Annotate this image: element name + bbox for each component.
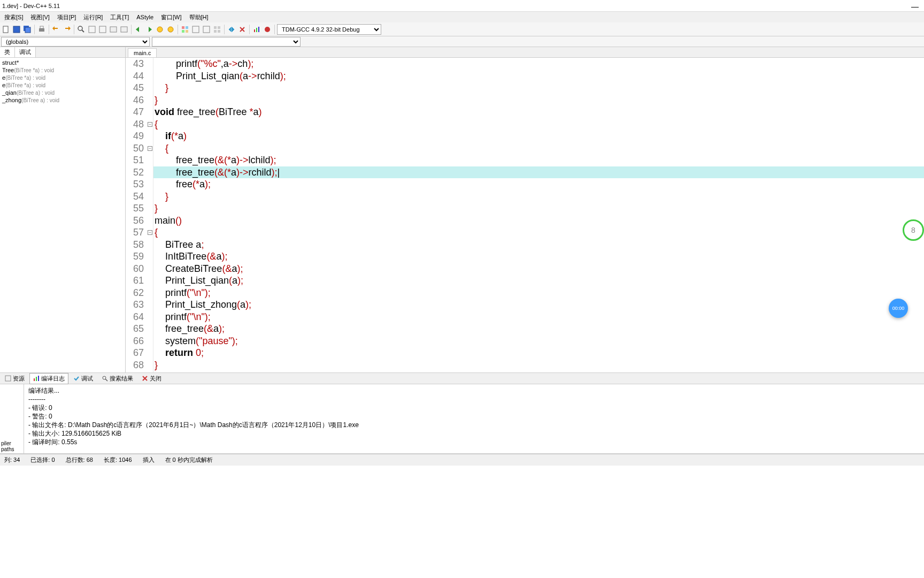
code-line-49[interactable]: if(*a)	[153, 130, 924, 142]
menu-运行[R][interactable]: 运行[R]	[80, 12, 106, 22]
replace-icon[interactable]	[87, 25, 97, 34]
code-line-68[interactable]: }	[153, 359, 924, 371]
code-line-64[interactable]: printf("\n");	[153, 311, 924, 323]
code-line-45[interactable]: }	[153, 82, 924, 94]
code-line-67[interactable]: return 0;	[153, 347, 924, 359]
grid4-icon[interactable]	[212, 25, 222, 34]
findfiles-icon[interactable]	[98, 25, 107, 34]
svg-rect-1	[13, 26, 20, 33]
save-icon[interactable]	[12, 25, 21, 34]
bookmark-icon[interactable]	[155, 25, 165, 34]
tree-item[interactable]: e(BiTree *a) : void	[1, 81, 124, 89]
output-line: - 警告: 0	[28, 412, 920, 421]
code-line-63[interactable]: Print_List_zhong(a);	[153, 299, 924, 311]
code-line-46[interactable]: }	[153, 94, 924, 107]
grid2-icon[interactable]	[191, 25, 201, 34]
menu-工具[T][interactable]: 工具[T]	[107, 12, 132, 22]
svg-rect-4	[39, 28, 44, 32]
svg-rect-26	[258, 27, 259, 32]
code-line-56[interactable]: main()	[153, 215, 924, 227]
menu-窗口[W][interactable]: 窗口[W]	[158, 12, 185, 22]
goto2-icon[interactable]	[119, 25, 129, 34]
minimize-button[interactable]: —	[911, 2, 919, 11]
btab-label: 调试	[81, 375, 93, 383]
sidebar-tab-类[interactable]: 类	[0, 47, 15, 57]
separator	[249, 25, 250, 34]
grid1-icon[interactable]	[180, 25, 190, 34]
fold-toggle[interactable]: −	[148, 122, 152, 127]
file-tab-main[interactable]: main.c	[128, 48, 157, 57]
svg-point-12	[157, 27, 163, 32]
separator	[224, 25, 225, 34]
fold-toggle[interactable]: −	[148, 230, 152, 235]
compiler-select[interactable]: TDM-GCC 4.9.2 32-bit Debug	[277, 24, 381, 35]
fold-column[interactable]: −−−	[147, 58, 153, 372]
symbols-combo[interactable]	[152, 37, 301, 47]
debug-icon[interactable]	[263, 25, 272, 34]
back-icon[interactable]	[134, 25, 143, 34]
menu-AStyle[interactable]: AStyle	[133, 13, 157, 21]
btab-编译日志[interactable]: 编译日志	[29, 373, 68, 384]
globals-combo[interactable]: (globals)	[1, 37, 150, 47]
overlay-timer[interactable]: 00:00	[889, 299, 908, 318]
code-line-51[interactable]: free_tree(&(*a)->lchild);	[153, 154, 924, 166]
code-line-54[interactable]: }	[153, 191, 924, 203]
code-line-44[interactable]: Print_List_qian(a->rchild);	[153, 70, 924, 82]
window-title: 1.dev] - Dev-C++ 5.11	[2, 3, 60, 9]
fold-toggle[interactable]: −	[148, 146, 152, 151]
redo-icon[interactable]	[62, 25, 72, 34]
code-line-65[interactable]: free_tree(&a);	[153, 323, 924, 335]
output-line: - 输出大小: 129.5166015625 KiB	[28, 429, 920, 438]
goto-icon[interactable]	[109, 25, 118, 34]
forward-icon[interactable]	[144, 25, 154, 34]
compile-icon[interactable]	[227, 25, 236, 34]
menu-视图[V][interactable]: 视图[V]	[27, 12, 52, 22]
code-lines[interactable]: printf("%c",a->ch); Print_List_qian(a->r…	[153, 58, 924, 372]
btab-资源[interactable]: 资源	[1, 373, 28, 384]
tree-item[interactable]: struct*	[1, 59, 124, 66]
tree-item[interactable]: _zhong(BiTree a) : void	[1, 96, 124, 104]
toolbar: TDM-GCC 4.9.2 32-bit Debug	[0, 22, 924, 36]
status-sel: 已选择: 0	[30, 456, 55, 464]
stop-icon[interactable]	[237, 25, 247, 34]
btab-调试[interactable]: 调试	[70, 373, 97, 384]
code-line-55[interactable]: }	[153, 202, 924, 215]
sidebar-tab-调试[interactable]: 调试	[15, 47, 36, 57]
code-line-61[interactable]: Print_List_qian(a);	[153, 275, 924, 287]
status-mode: 插入	[143, 456, 155, 464]
btab-关闭[interactable]: 关闭	[138, 373, 165, 384]
btab-搜索结果[interactable]: 搜索结果	[98, 373, 137, 384]
code-line-43[interactable]: printf("%c",a->ch);	[153, 58, 924, 70]
code-line-66[interactable]: system("pause");	[153, 335, 924, 347]
menu-项目[P][interactable]: 项目[P]	[54, 12, 79, 22]
code-editor[interactable]: 4344454647484950515253545556575859606162…	[126, 58, 924, 372]
undo-icon[interactable]	[51, 25, 61, 34]
svg-rect-21	[218, 26, 220, 29]
code-line-62[interactable]: printf("\n");	[153, 287, 924, 299]
class-browser[interactable]: struct* Tree(BiTree *a) : voide(BiTree *…	[0, 58, 125, 372]
find-icon[interactable]	[76, 25, 86, 34]
new-icon[interactable]	[1, 25, 11, 34]
tree-item[interactable]: _qian(BiTree a) : void	[1, 89, 124, 96]
menu-帮助[H][interactable]: 帮助[H]	[186, 12, 212, 22]
bookmark2-icon[interactable]	[166, 25, 175, 34]
tree-item[interactable]: Tree(BiTree *a) : void	[1, 66, 124, 74]
svg-rect-5	[40, 26, 43, 28]
svg-line-7	[82, 30, 84, 32]
code-line-58[interactable]: BiTree a;	[153, 239, 924, 251]
code-line-47[interactable]: void free_tree(BiTree *a)	[153, 106, 924, 118]
code-line-48[interactable]: {	[153, 118, 924, 131]
print-icon[interactable]	[37, 25, 47, 34]
profile-icon[interactable]	[252, 25, 261, 34]
code-line-50[interactable]: {	[153, 142, 924, 155]
code-line-53[interactable]: free(*a);	[153, 178, 924, 191]
code-line-60[interactable]: CreateBiTree(&a);	[153, 263, 924, 275]
tree-item[interactable]: e(BiTree *a) : void	[1, 74, 124, 81]
code-line-57[interactable]: {	[153, 226, 924, 239]
code-line-59[interactable]: InItBiTree(&a);	[153, 250, 924, 263]
saveall-icon[interactable]	[22, 25, 32, 34]
menu-搜索[S][interactable]: 搜索[S]	[1, 12, 26, 22]
compile-log[interactable]: 编译结果...--------- 错误: 0- 警告: 0- 输出文件名: D:…	[24, 384, 924, 453]
code-line-52[interactable]: free_tree(&(*a)->rchild);|	[153, 166, 924, 179]
grid3-icon[interactable]	[202, 25, 211, 34]
